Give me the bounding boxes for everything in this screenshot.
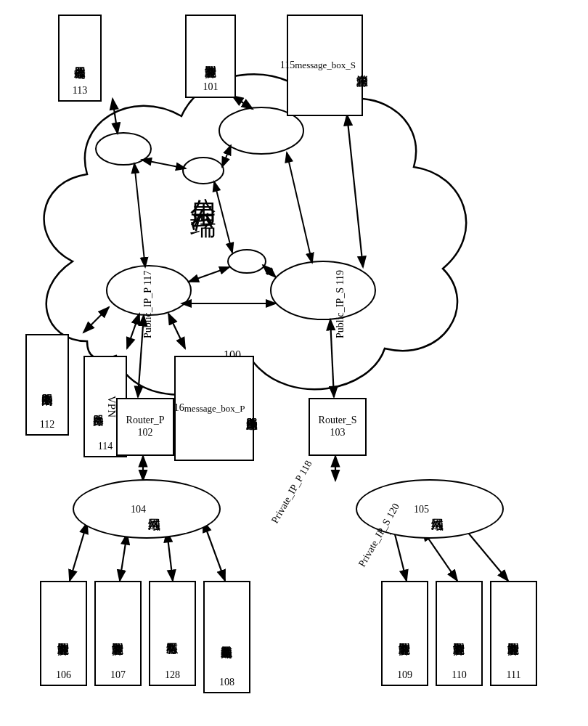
svg-line-8 <box>134 163 145 267</box>
svg-line-6 <box>142 160 186 168</box>
svg-point-4 <box>228 250 266 273</box>
text: Router_P <box>126 415 165 427</box>
box-sc109: 智能型装置客户端 109 <box>381 581 428 686</box>
id: 107 <box>96 669 140 682</box>
svg-line-24 <box>70 523 87 581</box>
box-priv-net-svc: 私有网络服务 128 <box>149 581 196 686</box>
id: 103 <box>330 427 346 439</box>
box-route-server-msgbox: 路由服务器消息盒 message_box_P 116 <box>174 356 254 461</box>
router-s: Router_S 103 <box>309 398 367 456</box>
id: 110 <box>437 669 481 682</box>
diagram-canvas: 公用云端 100 公用云端服务器 113 智能型装置客户端 101 客户端消息盒… <box>0 0 588 726</box>
svg-line-14 <box>113 99 118 134</box>
svg-point-0 <box>96 133 151 165</box>
box-sc110: 智能型装置客户端 110 <box>436 581 483 686</box>
box-smart-client-101: 智能型装置客户端 101 <box>185 15 236 98</box>
router-p: Router_P 102 <box>116 398 174 456</box>
svg-line-27 <box>203 521 225 581</box>
box-public-cloud-server: 公用云端服务器 113 <box>58 15 102 102</box>
box-mid-route-server: 中间路由服务器 112 <box>25 334 69 436</box>
box-client-msgbox: 客户端消息盒 message_box_S 115 <box>287 15 363 116</box>
id: 109 <box>383 669 427 682</box>
id: 102 <box>138 427 153 439</box>
svg-line-25 <box>120 534 127 581</box>
id: 112 <box>27 419 68 431</box>
svg-line-10 <box>189 267 229 282</box>
box-sc106: 智能型装置客户端 106 <box>40 581 87 686</box>
label-pub-ip-p: Public_IP_P 117 <box>131 271 166 348</box>
svg-line-19 <box>168 314 185 348</box>
svg-line-7 <box>222 145 231 167</box>
svg-line-16 <box>347 115 363 267</box>
id: 108 <box>205 677 249 689</box>
cloud-label: 公用云端 <box>185 178 221 195</box>
sub: message_box_P <box>184 403 245 415</box>
id: 104 <box>131 504 146 515</box>
text: Router_S <box>319 415 357 427</box>
box-sc107: 智能型装置客户端 107 <box>94 581 142 686</box>
id: 113 <box>60 85 100 97</box>
box-priv-cloud-router: 私有云端路由服务器 108 <box>203 581 250 693</box>
svg-line-13 <box>287 152 312 263</box>
id: 105 <box>414 504 429 515</box>
label-pub-ip-s: Public_IP_S 119 <box>323 270 358 348</box>
id: 115 <box>280 60 295 72</box>
svg-line-17 <box>83 307 109 333</box>
svg-line-26 <box>167 531 173 581</box>
label-priv-ip-s: Private_IP_S 120 <box>341 496 412 584</box>
lan-p: 局域网络 104 <box>73 479 221 539</box>
id: 128 <box>150 669 195 682</box>
id: 106 <box>41 669 86 682</box>
cloud-shape <box>44 74 467 395</box>
id: 101 <box>187 81 234 94</box>
sub: message_box_S <box>295 60 356 71</box>
svg-line-11 <box>263 265 276 277</box>
box-sc111: 智能型装置客户端 111 <box>490 581 537 686</box>
label-priv-ip-p: Private_IP_P 118 <box>254 453 324 541</box>
id: 111 <box>491 669 536 682</box>
